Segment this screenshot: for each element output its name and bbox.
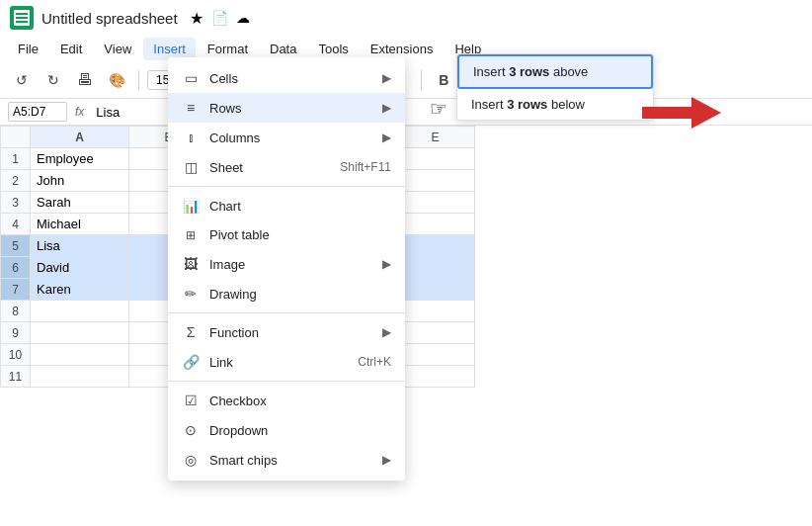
insert-pivot-item[interactable]: ⊞ Pivot table — [168, 220, 405, 249]
insert-menu-dropdown[interactable]: ▭ Cells ▶ ≡ Rows ▶ ⫾ Columns ▶ ◫ Sheet S… — [168, 57, 405, 481]
cells-label: Cells — [209, 71, 372, 86]
col-header-a[interactable]: A — [31, 127, 129, 148]
cell-11-A[interactable] — [31, 366, 129, 388]
cell-6-A[interactable]: David — [31, 257, 129, 279]
insert-menu-sep-1 — [168, 186, 405, 187]
cloud-icon[interactable]: ☁ — [236, 10, 250, 26]
checkbox-icon: ☑ — [182, 393, 200, 408]
row-header-4[interactable]: 4 — [1, 214, 31, 235]
insert-dropdown-item[interactable]: ⊙ Dropdown — [168, 415, 405, 445]
chart-icon: 📊 — [182, 198, 200, 214]
col-header-empty — [1, 127, 31, 148]
undo-button[interactable]: ↺ — [8, 66, 36, 94]
cell-6-E[interactable] — [396, 257, 475, 279]
smartchips-icon: ◎ — [182, 452, 200, 468]
cell-2-E[interactable] — [396, 170, 475, 192]
row-header-10[interactable]: 10 — [1, 344, 31, 366]
pivot-icon: ⊞ — [182, 228, 200, 242]
fx-icon: fx — [75, 105, 84, 119]
cell-reference-input[interactable] — [8, 102, 67, 122]
row-header-6[interactable]: 6 — [1, 257, 31, 279]
insert-rows-above-item[interactable]: Insert 3 rows above — [457, 54, 653, 89]
main-content: Untitled spreadsheet ★ 📄 ☁ File Edit Vie… — [0, 0, 812, 526]
drawing-icon: ✏ — [182, 286, 200, 302]
row-header-2[interactable]: 2 — [1, 170, 31, 192]
smartchips-arrow: ▶ — [382, 453, 391, 467]
cell-1-E[interactable] — [396, 148, 475, 170]
menu-edit[interactable]: Edit — [50, 38, 92, 60]
insert-columns-item[interactable]: ⫾ Columns ▶ — [168, 123, 405, 152]
paint-format-button[interactable]: 🎨 — [103, 66, 130, 94]
row-header-9[interactable]: 9 — [1, 322, 31, 344]
image-label: Image — [209, 257, 372, 272]
cell-5-A[interactable]: Lisa — [31, 235, 129, 257]
print-button[interactable]: 🖶 — [71, 66, 99, 94]
menu-file[interactable]: File — [8, 38, 48, 60]
row-header-7[interactable]: 7 — [1, 279, 31, 301]
insert-smartchips-item[interactable]: ◎ Smart chips ▶ — [168, 445, 405, 475]
insert-rows-item[interactable]: ≡ Rows ▶ — [168, 93, 405, 123]
function-icon: Σ — [182, 324, 200, 340]
function-arrow: ▶ — [382, 325, 391, 339]
row-header-1[interactable]: 1 — [1, 148, 31, 170]
drawing-label: Drawing — [209, 287, 391, 302]
cells-arrow: ▶ — [382, 71, 391, 85]
columns-icon: ⫾ — [182, 130, 200, 145]
link-shortcut: Ctrl+K — [358, 355, 391, 369]
app-logo — [10, 6, 34, 30]
row-header-3[interactable]: 3 — [1, 192, 31, 214]
cell-3-A[interactable]: Sarah — [31, 192, 129, 214]
cell-10-A[interactable] — [31, 344, 129, 366]
app-title: Untitled spreadsheet — [41, 10, 178, 27]
menu-bar: File Edit View Insert Format Data Tools … — [0, 36, 812, 62]
insert-checkbox-item[interactable]: ☑ Checkbox — [168, 386, 405, 415]
spreadsheet: A B C D E 1EmployeeDepartment2John00MARK… — [0, 126, 812, 526]
menu-view[interactable]: View — [94, 38, 141, 60]
redo-button[interactable]: ↻ — [40, 66, 67, 94]
insert-drawing-item[interactable]: ✏ Drawing — [168, 279, 405, 308]
row-header-11[interactable]: 11 — [1, 366, 31, 388]
cells-icon: ▭ — [182, 70, 200, 86]
cell-9-A[interactable] — [31, 322, 129, 344]
cell-2-A[interactable]: John — [31, 170, 129, 192]
dropdown-icon: ⊙ — [182, 422, 200, 438]
cell-3-E[interactable] — [396, 192, 475, 214]
link-icon: 🔗 — [182, 354, 200, 370]
cell-8-A[interactable] — [31, 301, 129, 322]
insert-image-item[interactable]: 🖼 Image ▶ — [168, 249, 405, 279]
sheet-label: Sheet — [209, 160, 330, 175]
cell-11-E[interactable] — [396, 366, 475, 388]
rows-submenu: Insert 3 rows above Insert 3 rows below — [456, 53, 654, 121]
insert-menu-sep-3 — [168, 381, 405, 382]
cell-8-E[interactable] — [396, 301, 475, 322]
bold-button[interactable]: B — [430, 66, 457, 94]
cell-9-E[interactable] — [396, 322, 475, 344]
insert-menu-sep-2 — [168, 312, 405, 313]
star-icon[interactable]: ★ — [190, 9, 203, 28]
toolbar-sep-4 — [421, 70, 422, 90]
cell-10-E[interactable] — [396, 344, 475, 366]
row-header-8[interactable]: 8 — [1, 301, 31, 322]
rows-label: Rows — [209, 101, 372, 116]
cell-7-A[interactable]: Karen — [31, 279, 129, 301]
insert-cells-item[interactable]: ▭ Cells ▶ — [168, 63, 405, 93]
cell-4-A[interactable]: Michael — [31, 214, 129, 235]
col-header-e[interactable]: E — [396, 127, 475, 148]
insert-sheet-item[interactable]: ◫ Sheet Shift+F11 — [168, 152, 405, 182]
insert-function-item[interactable]: Σ Function ▶ — [168, 317, 405, 347]
insert-link-item[interactable]: 🔗 Link Ctrl+K — [168, 347, 405, 377]
toolbar: ↺ ↻ 🖶 🎨 150 ▾ Arial ▾ − 11 + B I S A ◆ ⊞… — [0, 62, 812, 99]
columns-label: Columns — [209, 131, 372, 145]
save-icon[interactable]: 📄 — [211, 10, 228, 26]
cell-5-E[interactable] — [396, 235, 475, 257]
checkbox-label: Checkbox — [209, 394, 391, 408]
insert-rows-below-label: Insert 3 rows below — [471, 97, 585, 112]
cell-7-E[interactable] — [396, 279, 475, 301]
row-header-5[interactable]: 5 — [1, 235, 31, 257]
insert-rows-below-item[interactable]: Insert 3 rows below — [457, 89, 653, 120]
rows-arrow: ▶ — [382, 101, 391, 115]
insert-chart-item[interactable]: 📊 Chart — [168, 191, 405, 220]
cell-1-A[interactable]: Employee — [31, 148, 129, 170]
link-label: Link — [209, 355, 348, 370]
cell-4-E[interactable] — [396, 214, 475, 235]
